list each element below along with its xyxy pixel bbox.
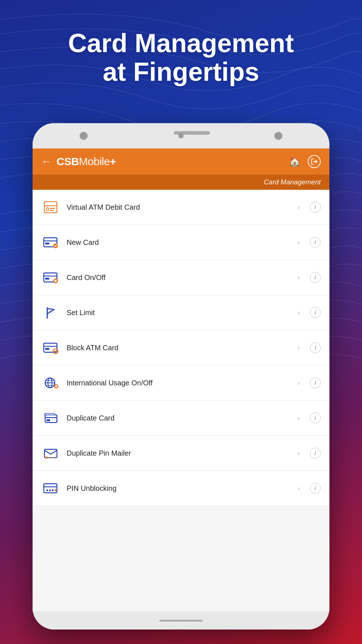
header-subtitle: Card Management bbox=[33, 175, 329, 190]
menu-item-duplicate-pin-mailer[interactable]: Duplicate Pin Mailer›i bbox=[33, 436, 329, 471]
duplicate-card-arrow: › bbox=[298, 414, 300, 422]
app-name-light: Mobile bbox=[79, 155, 110, 167]
menu-item-international-usage[interactable]: International Usage On/Off›i bbox=[33, 365, 329, 401]
app-name-bold: CSB bbox=[56, 155, 79, 167]
menu-list: Virtual ATM Debit Card›i New Card›i Card… bbox=[33, 190, 329, 611]
virtual-atm-debit-card-label: Virtual ATM Debit Card bbox=[67, 203, 291, 212]
set-limit-label: Set Limit bbox=[67, 309, 291, 317]
pin-unblocking-label: PIN Unblocking bbox=[67, 484, 291, 493]
new-card-icon bbox=[41, 233, 60, 252]
back-button[interactable]: ← bbox=[41, 156, 51, 167]
phone-top-bar bbox=[33, 123, 329, 149]
card-on-off-label: Card On/Off bbox=[67, 273, 291, 282]
block-atm-card-arrow: › bbox=[298, 344, 300, 352]
svg-rect-5 bbox=[50, 210, 54, 211]
menu-item-new-card[interactable]: New Card›i bbox=[33, 225, 329, 260]
app-screen: ← CSBMobile+ 🏠 bbox=[33, 149, 329, 611]
new-card-arrow: › bbox=[298, 239, 300, 246]
logout-icon[interactable] bbox=[308, 155, 321, 168]
duplicate-card-info-button[interactable]: i bbox=[310, 413, 321, 423]
duplicate-card-icon bbox=[41, 409, 60, 427]
pin-unblocking-arrow: › bbox=[298, 485, 300, 492]
set-limit-arrow: › bbox=[298, 309, 300, 317]
app-name-plus: + bbox=[110, 155, 116, 167]
international-usage-info-button[interactable]: i bbox=[310, 377, 321, 388]
virtual-atm-debit-card-icon bbox=[41, 198, 60, 217]
svg-rect-4 bbox=[50, 208, 55, 209]
virtual-atm-debit-card-arrow: › bbox=[298, 204, 300, 211]
virtual-atm-debit-card-info-button[interactable]: i bbox=[310, 202, 321, 213]
svg-rect-12 bbox=[45, 278, 50, 280]
menu-item-pin-unblocking[interactable]: PIN Unblocking›i bbox=[33, 471, 329, 506]
svg-rect-8 bbox=[45, 243, 50, 244]
duplicate-pin-mailer-label: Duplicate Pin Mailer bbox=[67, 449, 291, 457]
pin-unblocking-icon bbox=[41, 479, 60, 498]
svg-point-33 bbox=[46, 457, 48, 459]
svg-point-34 bbox=[51, 457, 52, 458]
duplicate-pin-mailer-info-button[interactable]: i bbox=[310, 448, 321, 459]
set-limit-info-button[interactable]: i bbox=[310, 307, 321, 318]
pin-unblocking-info-button[interactable]: i bbox=[310, 483, 321, 494]
svg-rect-14 bbox=[55, 280, 57, 282]
home-indicator bbox=[159, 620, 203, 622]
set-limit-icon bbox=[41, 303, 60, 322]
hero-title: Card Management at Fingertips bbox=[0, 29, 362, 86]
svg-rect-32 bbox=[45, 449, 57, 457]
menu-item-duplicate-card[interactable]: Duplicate Card›i bbox=[33, 401, 329, 436]
svg-point-35 bbox=[52, 457, 53, 458]
block-atm-card-icon bbox=[41, 338, 60, 357]
svg-point-41 bbox=[52, 489, 54, 491]
home-icon[interactable]: 🏠 bbox=[289, 156, 300, 167]
svg-point-40 bbox=[49, 489, 51, 491]
card-on-off-icon bbox=[41, 268, 60, 287]
block-atm-card-label: Block ATM Card bbox=[67, 344, 291, 352]
header-top: ← CSBMobile+ 🏠 bbox=[33, 149, 329, 175]
international-usage-label: International Usage On/Off bbox=[67, 379, 291, 387]
svg-rect-27 bbox=[55, 385, 57, 387]
duplicate-pin-mailer-arrow: › bbox=[298, 449, 300, 457]
svg-rect-1 bbox=[45, 202, 57, 213]
card-on-off-info-button[interactable]: i bbox=[310, 272, 321, 283]
phone-mockup: ← CSBMobile+ 🏠 bbox=[33, 123, 329, 630]
menu-item-virtual-atm-debit-card[interactable]: Virtual ATM Debit Card›i bbox=[33, 190, 329, 225]
svg-rect-30 bbox=[47, 419, 50, 421]
svg-rect-18 bbox=[45, 348, 50, 350]
app-header: ← CSBMobile+ 🏠 bbox=[33, 149, 329, 190]
new-card-info-button[interactable]: i bbox=[310, 237, 321, 248]
duplicate-pin-mailer-icon bbox=[41, 444, 60, 463]
camera-left bbox=[80, 132, 88, 140]
app-logo: CSBMobile+ bbox=[56, 155, 284, 168]
svg-point-39 bbox=[46, 489, 48, 491]
international-usage-icon bbox=[41, 373, 60, 392]
menu-item-set-limit[interactable]: Set Limit›i bbox=[33, 295, 329, 330]
phone-bottom bbox=[33, 611, 329, 630]
new-card-label: New Card bbox=[67, 238, 291, 247]
phone-body: ← CSBMobile+ 🏠 bbox=[33, 123, 329, 630]
svg-rect-28 bbox=[45, 415, 57, 422]
header-icons: 🏠 bbox=[289, 155, 321, 168]
menu-item-card-on-off[interactable]: Card On/Off›i bbox=[33, 260, 329, 295]
international-usage-arrow: › bbox=[298, 379, 300, 387]
svg-rect-37 bbox=[44, 484, 57, 493]
camera-center bbox=[178, 133, 184, 138]
card-on-off-arrow: › bbox=[298, 274, 300, 281]
svg-rect-31 bbox=[45, 414, 55, 415]
camera-right bbox=[274, 132, 282, 140]
menu-item-block-atm-card[interactable]: Block ATM Card›i bbox=[33, 330, 329, 365]
duplicate-card-label: Duplicate Card bbox=[67, 414, 291, 422]
svg-rect-3 bbox=[47, 208, 49, 211]
block-atm-card-info-button[interactable]: i bbox=[310, 342, 321, 353]
svg-point-36 bbox=[54, 457, 55, 458]
